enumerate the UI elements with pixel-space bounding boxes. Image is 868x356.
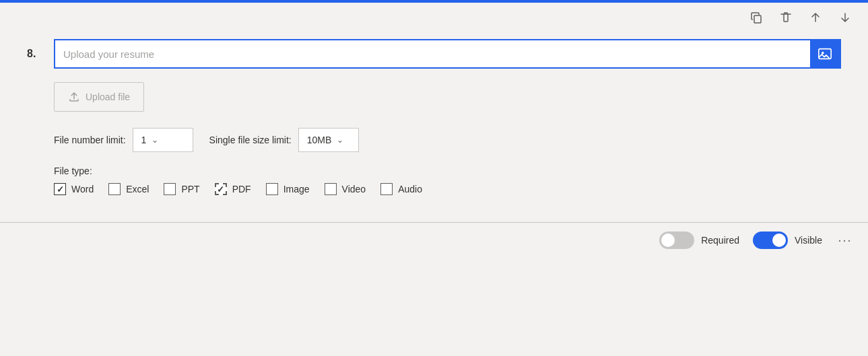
required-toggle[interactable]: [659, 232, 694, 249]
checkbox-item-video[interactable]: Video: [325, 183, 366, 195]
question-number: 8.: [27, 48, 46, 60]
file-size-chevron-icon: ⌄: [337, 135, 343, 145]
file-number-group: File number limit: 1 ⌄: [54, 128, 193, 152]
check-mark: ✓: [57, 184, 64, 194]
settings-section: File number limit: 1 ⌄ Single file size …: [27, 128, 841, 195]
footer: Required Visible ···: [0, 223, 868, 258]
checkbox-item-image[interactable]: Image: [266, 183, 310, 195]
file-type-label: File type:: [54, 166, 841, 176]
checkbox-word[interactable]: ✓: [54, 183, 66, 195]
move-down-icon[interactable]: [836, 8, 855, 27]
question-row: 8.: [27, 39, 841, 69]
toolbar: [0, 3, 868, 32]
delete-icon[interactable]: [776, 8, 795, 27]
svg-rect-0: [754, 15, 761, 23]
checkbox-item-word[interactable]: ✓Word: [54, 183, 94, 195]
file-number-limit-label: File number limit:: [54, 135, 126, 145]
more-options-button[interactable]: ···: [836, 231, 855, 250]
visible-toggle-thumb: [772, 234, 786, 247]
checkbox-label-audio: Audio: [398, 184, 422, 194]
checkbox-label-ppt: PPT: [181, 184, 199, 194]
checkbox-ppt[interactable]: [164, 183, 176, 195]
checkbox-label-image: Image: [283, 184, 310, 194]
svg-rect-1: [819, 49, 831, 59]
file-type-section: File type: ✓WordExcelPPT✓PDFImageVideoAu…: [54, 166, 841, 195]
required-label: Required: [701, 235, 739, 246]
svg-point-2: [822, 52, 824, 55]
checkbox-item-audio[interactable]: Audio: [380, 183, 422, 195]
checkbox-audio[interactable]: [380, 183, 393, 195]
visible-toggle[interactable]: [753, 232, 788, 249]
checkbox-video[interactable]: [325, 183, 337, 195]
upload-section: Upload file: [27, 82, 841, 112]
checkbox-label-excel: Excel: [126, 184, 149, 194]
main-content: 8. Upload file File number lim: [0, 32, 868, 209]
checkbox-label-word: Word: [71, 184, 94, 194]
file-size-group: Single file size limit: 10MB ⌄: [209, 128, 359, 152]
file-number-value: 1: [141, 135, 147, 145]
checkbox-excel[interactable]: [108, 183, 121, 195]
settings-row: File number limit: 1 ⌄ Single file size …: [54, 128, 841, 152]
question-input-wrapper: [54, 39, 841, 69]
check-mark: ✓: [217, 184, 224, 194]
required-toggle-group: Required: [659, 232, 739, 249]
copy-icon[interactable]: [747, 8, 766, 27]
image-button[interactable]: [810, 39, 840, 69]
upload-file-label: Upload file: [86, 92, 130, 102]
required-toggle-thumb: [661, 234, 675, 247]
file-type-checkboxes: ✓WordExcelPPT✓PDFImageVideoAudio: [54, 183, 841, 195]
checkbox-item-excel[interactable]: Excel: [108, 183, 149, 195]
file-size-dropdown[interactable]: 10MB ⌄: [298, 128, 359, 152]
checkbox-pdf[interactable]: ✓: [215, 183, 227, 195]
checkbox-label-video: Video: [342, 184, 366, 194]
file-number-chevron-icon: ⌄: [152, 135, 158, 145]
file-number-dropdown[interactable]: 1 ⌄: [133, 128, 193, 152]
file-size-value: 10MB: [307, 135, 332, 145]
upload-file-button[interactable]: Upload file: [54, 82, 144, 112]
checkbox-label-pdf: PDF: [232, 184, 251, 194]
question-title-input[interactable]: [55, 48, 810, 60]
more-options-icon: ···: [838, 234, 852, 248]
move-up-icon[interactable]: [806, 8, 825, 27]
checkbox-image[interactable]: [266, 183, 278, 195]
visible-label: Visible: [795, 235, 822, 246]
checkbox-item-ppt[interactable]: PPT: [164, 183, 199, 195]
visible-toggle-group: Visible: [753, 232, 822, 249]
file-size-limit-label: Single file size limit:: [209, 135, 292, 145]
checkbox-item-pdf[interactable]: ✓PDF: [215, 183, 251, 195]
